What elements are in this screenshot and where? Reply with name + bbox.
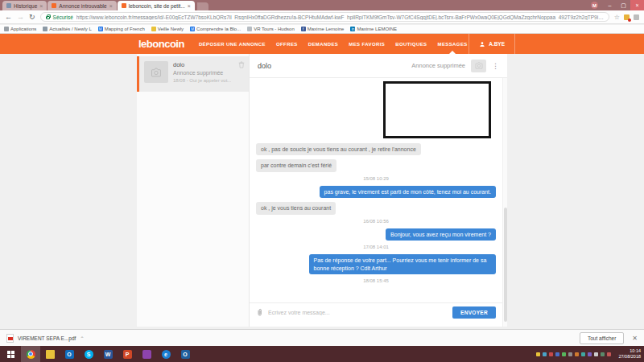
browser-tab-leboncoin-active[interactable]: leboncoin, site de petit... ×	[118, 1, 195, 10]
window-controls: M – ▢ ×	[591, 0, 644, 10]
tray-icon[interactable]	[549, 352, 553, 356]
maximize-button[interactable]: ▢	[617, 0, 630, 10]
scrollbar-thumb[interactable]	[504, 208, 507, 322]
tray-icon[interactable]	[607, 352, 611, 356]
new-tab-button[interactable]	[197, 2, 208, 10]
send-button[interactable]: ENVOYER	[452, 306, 496, 319]
tray-icon[interactable]	[555, 352, 559, 356]
tray-icon[interactable]	[581, 352, 585, 356]
nav-deposer-annonce[interactable]: DÉPOSER UNE ANNONCE	[199, 34, 266, 54]
chat-subject: Annonce supprimée	[411, 62, 465, 69]
timestamp: 18/08 15:45	[256, 278, 496, 283]
favicon-icon	[151, 27, 156, 31]
trash-icon[interactable]	[238, 61, 245, 68]
back-icon[interactable]: ←	[5, 14, 12, 21]
taskbar-outlook[interactable]: O	[60, 346, 79, 362]
nav-messages[interactable]: MESSAGES	[437, 34, 467, 54]
timestamp: 16/08 10:56	[256, 219, 496, 224]
forward-icon[interactable]: →	[17, 14, 24, 21]
tray-icon[interactable]	[543, 352, 547, 356]
bookmark-mapping[interactable]: MMapping of French	[98, 27, 145, 31]
facebook-icon: f	[301, 27, 306, 31]
message-input[interactable]	[268, 310, 448, 315]
conversation-preview: 18/08 - Oui je appeler vot...	[173, 78, 231, 83]
conversation-item[interactable]: dolo Annonce supprimée 18/08 - Oui je ap…	[137, 56, 249, 92]
received-message: par contre demain c'est férié	[256, 159, 336, 171]
chat-header: dolo Annonce supprimée ⋮	[250, 54, 507, 78]
taskbar-file-explorer[interactable]	[40, 346, 60, 362]
chat-scrollbar[interactable]	[502, 78, 507, 327]
camera-icon	[475, 62, 483, 69]
taskbar-skype[interactable]: S	[79, 346, 98, 362]
nav-mes-favoris[interactable]: MES FAVORIS	[349, 34, 385, 54]
start-button[interactable]	[0, 346, 21, 362]
bookmark-maxime-lemoine[interactable]: fMaxime Lemoine	[301, 27, 345, 31]
browser-tab-annonce-introuvable[interactable]: Annonce introuvable ×	[47, 1, 116, 10]
tray-icon[interactable]	[601, 352, 605, 356]
taskbar-photos[interactable]	[137, 346, 156, 362]
tab-close-icon[interactable]: ×	[109, 3, 113, 9]
user-icon	[479, 41, 485, 47]
leboncoin-logo[interactable]: leboncoin	[138, 38, 184, 50]
account-menu[interactable]: A.BYE	[469, 34, 515, 54]
browser-tab-historique[interactable]: Historique ×	[2, 1, 47, 10]
tray-icon[interactable]	[568, 352, 572, 356]
browser-titlebar: Historique × Annonce introuvable × lebon…	[0, 0, 644, 10]
tray-icon[interactable]	[588, 352, 592, 356]
apps-grid-icon	[4, 27, 9, 31]
chat-menu-icon[interactable]: ⋮	[492, 62, 499, 70]
browser-profile-avatar[interactable]: M	[591, 2, 598, 9]
address-bar[interactable]: Sécurisé https://www.leboncoin.fr/messag…	[40, 12, 609, 22]
chrome-icon	[27, 350, 35, 359]
taskbar-chrome[interactable]	[21, 346, 40, 362]
tray-icon[interactable]	[594, 352, 598, 356]
attachment-icon[interactable]	[256, 308, 263, 317]
downloaded-file-name[interactable]: VIREMENT SEPA E...pdf	[18, 335, 76, 341]
tray-icon[interactable]	[536, 352, 540, 356]
message-row: Bonjour, vous avez reçu mon virement ?	[256, 228, 496, 241]
url-text: https://www.leboncoin.fr/messages/id/-E0…	[76, 14, 604, 20]
received-message: ok , je vous tiens au courant	[256, 202, 336, 214]
nav-boutiques[interactable]: BOUTIQUES	[395, 34, 427, 54]
taskbar-edge[interactable]: e	[156, 346, 175, 362]
timestamp: 17/08 14:01	[256, 245, 496, 249]
show-all-downloads-button[interactable]: Tout afficher	[580, 332, 624, 344]
extension-badge-icon[interactable]	[624, 14, 630, 20]
tab-close-icon[interactable]: ×	[188, 3, 191, 9]
site-nav: DÉPOSER UNE ANNONCE OFFRES DEMANDES MES …	[199, 34, 468, 54]
bookmark-comprendre[interactable]: MComprendre la Blo...	[190, 27, 241, 31]
bookmark-star-icon[interactable]: ☆	[614, 14, 620, 21]
pdf-file-icon	[6, 334, 14, 343]
conversation-info: dolo Annonce supprimée 18/08 - Oui je ap…	[173, 61, 231, 87]
bookmark-actualites[interactable]: Actualités / Newly L	[43, 27, 91, 31]
download-caret-icon[interactable]: ⌃	[80, 335, 84, 341]
bookmark-applications[interactable]: Applications	[4, 27, 36, 31]
tray-icon[interactable]	[575, 352, 579, 356]
reload-icon[interactable]: ↻	[29, 14, 35, 21]
listing-thumbnail[interactable]	[471, 60, 486, 72]
bookmark-veille[interactable]: Veille Newly	[151, 27, 184, 31]
extension-icon[interactable]	[634, 14, 639, 20]
clock-time: 10:14	[618, 348, 641, 354]
nav-demandes[interactable]: DEMANDES	[308, 34, 339, 54]
photos-icon	[142, 350, 151, 359]
nav-offres[interactable]: OFFRES	[276, 34, 298, 54]
taskbar-word[interactable]: W	[98, 346, 118, 362]
message-row: Pas de réponse de votre part... Pourriez…	[256, 254, 496, 274]
tray-icon[interactable]	[562, 352, 566, 356]
message-row: pas grave, le virement est parti de mon …	[256, 186, 496, 198]
taskbar-powerpoint[interactable]: P	[118, 346, 137, 362]
tab-title: Annonce introuvable	[59, 3, 106, 9]
close-window-button[interactable]: ×	[630, 0, 644, 10]
minimize-button[interactable]: –	[603, 0, 617, 10]
bookmark-maxime-lemoine-2[interactable]: inMaxime LEMOINE	[350, 27, 397, 31]
taskbar-mail[interactable]: O	[175, 346, 195, 362]
linkedin-icon: in	[350, 27, 355, 31]
timestamp: 15/08 10:29	[256, 176, 496, 181]
tab-close-icon[interactable]: ×	[39, 3, 43, 9]
close-download-bar-icon[interactable]: ✕	[632, 335, 638, 342]
edge-icon: e	[162, 350, 171, 359]
bookmark-vr-tours[interactable]: VR Tours - Hudson	[247, 27, 295, 31]
history-favicon-icon	[6, 3, 11, 8]
taskbar-clock[interactable]: 10:14 27/08/2018	[615, 348, 644, 360]
